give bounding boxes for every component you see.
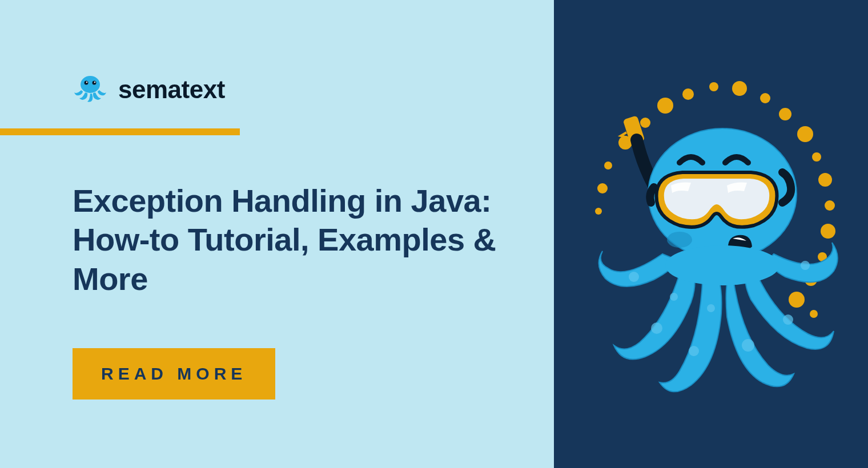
octopus-logo-icon bbox=[73, 74, 108, 105]
svg-point-10 bbox=[709, 82, 718, 91]
svg-point-36 bbox=[670, 293, 678, 301]
svg-point-17 bbox=[825, 200, 835, 211]
svg-point-22 bbox=[810, 310, 818, 318]
accent-underline bbox=[0, 128, 240, 135]
svg-point-23 bbox=[597, 183, 608, 193]
right-panel bbox=[554, 0, 868, 468]
svg-point-35 bbox=[707, 304, 715, 312]
svg-point-28 bbox=[667, 232, 692, 248]
svg-point-18 bbox=[821, 224, 835, 239]
svg-point-2 bbox=[93, 81, 97, 85]
svg-point-13 bbox=[779, 108, 791, 120]
svg-point-34 bbox=[801, 261, 810, 270]
svg-point-16 bbox=[818, 173, 832, 187]
svg-point-30 bbox=[651, 322, 662, 334]
svg-point-14 bbox=[797, 126, 813, 142]
svg-point-3 bbox=[86, 82, 87, 83]
svg-point-33 bbox=[783, 314, 793, 325]
svg-point-21 bbox=[789, 292, 805, 308]
svg-point-11 bbox=[732, 81, 747, 96]
svg-point-7 bbox=[640, 118, 650, 128]
svg-point-0 bbox=[81, 76, 100, 93]
svg-point-1 bbox=[85, 81, 89, 85]
left-panel: sematext Exception Handling in Java: How… bbox=[0, 0, 554, 468]
svg-point-4 bbox=[94, 82, 95, 83]
svg-point-37 bbox=[665, 245, 779, 285]
svg-point-5 bbox=[604, 162, 612, 170]
brand-logo: sematext bbox=[73, 74, 225, 105]
read-more-button[interactable]: READ MORE bbox=[73, 348, 275, 400]
banner-container: sematext Exception Handling in Java: How… bbox=[0, 0, 868, 468]
svg-point-8 bbox=[657, 98, 673, 114]
page-title: Exception Handling in Java: How-to Tutor… bbox=[73, 181, 512, 298]
svg-point-15 bbox=[812, 152, 821, 162]
svg-point-31 bbox=[689, 346, 699, 356]
svg-point-9 bbox=[682, 88, 694, 100]
svg-point-32 bbox=[742, 339, 754, 352]
svg-point-24 bbox=[595, 208, 602, 215]
octopus-mascot-illustration bbox=[580, 63, 842, 405]
svg-point-29 bbox=[629, 272, 639, 282]
brand-name: sematext bbox=[118, 75, 225, 104]
svg-point-12 bbox=[760, 93, 770, 103]
